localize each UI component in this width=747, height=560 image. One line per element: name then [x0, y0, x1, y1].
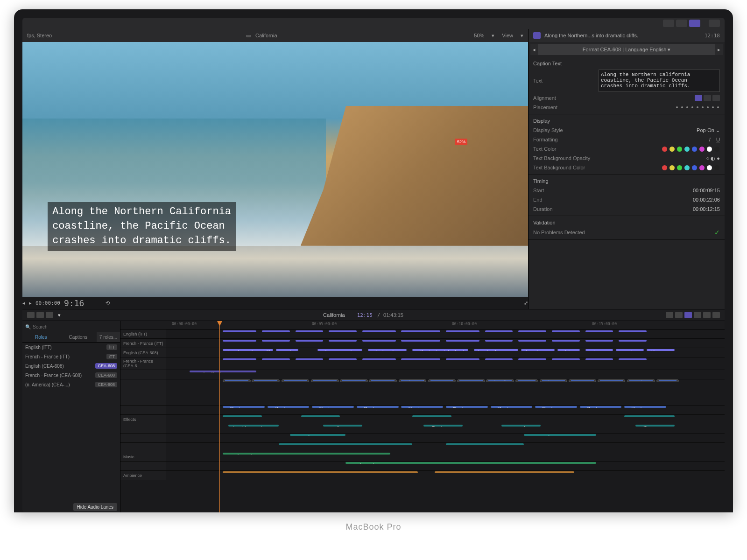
bg-opacity-buttons[interactable]: ○ ◐ ●: [599, 155, 720, 161]
end-value[interactable]: 00:00:22:06: [599, 197, 720, 203]
color-swatch[interactable]: [714, 165, 719, 170]
trim-button[interactable]: [46, 312, 53, 318]
timeline-clip[interactable]: [329, 358, 357, 360]
viewer-caption-overlay[interactable]: Along the Northern California coastline,…: [48, 202, 236, 251]
align-right-button[interactable]: [712, 95, 720, 101]
timeline-clip[interactable]: Bay Bridge S...: [486, 379, 514, 382]
audio-clip[interactable]: California VO: [357, 406, 399, 408]
timeline-clip[interactable]: [485, 340, 513, 342]
search-input[interactable]: [33, 324, 117, 329]
color-swatch[interactable]: [692, 165, 697, 170]
timeline-clip[interactable]: Forest: [301, 415, 340, 417]
timeline-clip[interactable]: [485, 330, 513, 332]
timeline-clip[interactable]: South Sh...: [282, 379, 310, 382]
fullscreen-timeline-button[interactable]: [712, 312, 720, 318]
audio-clip[interactable]: California VO: [312, 406, 354, 408]
timeline-clip[interactable]: City Night Crowd: [624, 415, 674, 417]
format-prev-button[interactable]: ◂: [530, 44, 538, 55]
track-header[interactable]: [120, 379, 167, 405]
caption-role-row[interactable]: English (CEA-608)CEA-608: [22, 361, 120, 371]
chevron-down-icon[interactable]: ▾: [492, 33, 494, 39]
fullscreen-button[interactable]: ⤢: [524, 300, 528, 306]
timeline-clip[interactable]: [518, 340, 546, 342]
tool-button[interactable]: [703, 312, 711, 318]
share-button[interactable]: [709, 20, 720, 27]
timeline-clip[interactable]: [329, 330, 357, 332]
snapping-button[interactable]: [694, 312, 701, 318]
timeline-clip[interactable]: SF City Hall: [627, 379, 655, 382]
timeline-clip[interactable]: [296, 358, 324, 360]
start-value[interactable]: 00:00:09:15: [599, 188, 720, 193]
track-header[interactable]: Ambience: [120, 471, 167, 480]
duration-value[interactable]: 00:00:12:15: [599, 206, 720, 212]
timeline-clip[interactable]: [262, 340, 290, 342]
timeline-clip[interactable]: Environmental Sound: [435, 471, 574, 473]
timeline-clip[interactable]: Traffic City: [423, 425, 463, 427]
loop-button[interactable]: ⟲: [106, 300, 110, 306]
color-swatch[interactable]: [684, 165, 690, 170]
track-header[interactable]: [120, 424, 167, 433]
view-dropdown[interactable]: View: [499, 32, 516, 39]
audio-clip[interactable]: California VO: [624, 406, 666, 408]
timeline-clip[interactable]: City Night Crowd: [228, 425, 278, 427]
color-swatch[interactable]: [662, 147, 667, 152]
align-center-button[interactable]: [704, 95, 711, 101]
track-header[interactable]: [120, 370, 167, 379]
color-swatch[interactable]: [662, 165, 667, 170]
timeline-clip[interactable]: [619, 330, 647, 332]
color-swatch[interactable]: [669, 165, 675, 170]
track-header[interactable]: Music: [120, 452, 167, 461]
timeline-clip[interactable]: and Lake Tahoe: [368, 349, 407, 351]
timeline-clip[interactable]: Golden...: [311, 379, 339, 382]
tab-captions[interactable]: Captions: [60, 332, 97, 342]
timeline-clip[interactable]: [401, 358, 440, 360]
timeline-clip[interactable]: [446, 358, 479, 360]
timeline-clip[interactable]: GGB...: [656, 379, 679, 382]
tab-roles-count[interactable]: 7 roles...: [97, 332, 120, 342]
caption-role-row[interactable]: (n. America) (CEA-...)CEA-608: [22, 380, 120, 389]
timeline-clip[interactable]: California's iconic landmarks are: [412, 349, 468, 351]
color-swatch[interactable]: [707, 147, 712, 152]
timeline-clip[interactable]: [585, 330, 613, 332]
timeline-clip[interactable]: Palace of Fine...: [428, 379, 456, 382]
track-header[interactable]: English (CEA-608): [120, 348, 167, 357]
timeline-clip[interactable]: [446, 330, 479, 332]
timeline-clip[interactable]: Bodie Stat...: [585, 349, 613, 351]
timeline-clip[interactable]: Wind: [279, 443, 413, 445]
prev-frame-button[interactable]: ◂: [22, 300, 25, 306]
timeline-clip[interactable]: [619, 340, 647, 342]
timeline-clip[interactable]: Island Su...: [223, 379, 251, 382]
timeline-clip[interactable]: Seagulls: [323, 425, 362, 427]
timeline-clip[interactable]: [518, 358, 546, 360]
timeline-clip[interactable]: Ocean Surf: [501, 425, 541, 427]
caption-text-input[interactable]: Along the Northern California coastline,…: [599, 70, 720, 92]
timeline-clip[interactable]: Traffic City: [412, 415, 451, 417]
zoom-dropdown[interactable]: 50%: [471, 32, 487, 39]
timeline-clip[interactable]: [296, 330, 324, 332]
tool-dropdown[interactable]: ▾: [58, 312, 61, 318]
timeline-clip[interactable]: [446, 340, 479, 342]
align-left-button[interactable]: [695, 95, 702, 101]
timeline-clip[interactable]: Ocean Surf: [223, 415, 262, 417]
format-next-button[interactable]: ▸: [715, 44, 723, 55]
timeline-clip[interactable]: Timelapse: [340, 379, 368, 382]
bg-color-swatches[interactable]: [599, 165, 720, 170]
timeline-clip[interactable]: Ferry Building: [399, 379, 427, 382]
timeline-clip[interactable]: [262, 330, 290, 332]
caption-role-row[interactable]: English (iTT)iTT: [22, 343, 120, 352]
timeline-clip[interactable]: [262, 358, 290, 360]
tab-roles[interactable]: Roles: [22, 332, 60, 342]
track-header[interactable]: [120, 443, 167, 452]
timeline-clip[interactable]: [518, 330, 546, 332]
audio-clip[interactable]: California VO: [491, 406, 533, 408]
layout-button-1[interactable]: [663, 20, 674, 27]
audio-clip[interactable]: California VO: [268, 406, 310, 408]
color-swatch[interactable]: [699, 165, 705, 170]
timeline-clip[interactable]: Windy City Long: [446, 443, 524, 445]
timeline-clip[interactable]: [362, 330, 396, 332]
display-style-dropdown[interactable]: Pop-On ⌄: [599, 127, 720, 133]
italic-button[interactable]: I: [709, 137, 711, 142]
track-header[interactable]: French - France (CEA-6...: [120, 357, 167, 370]
timeline-clip[interactable]: with a seem...: [647, 349, 675, 351]
timeline-clip[interactable]: [401, 330, 440, 332]
